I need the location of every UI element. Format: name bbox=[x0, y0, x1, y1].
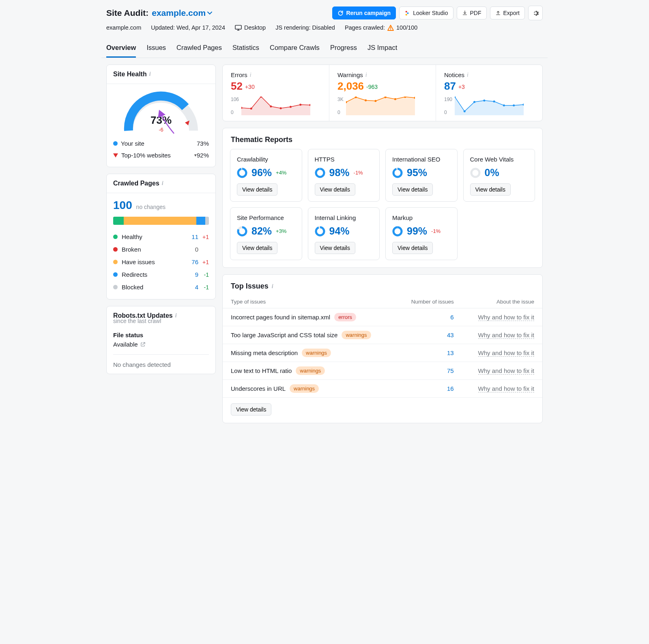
issue-count[interactable]: 16 bbox=[396, 380, 462, 398]
notices-cell[interactable]: Noticesi87+31900 bbox=[436, 65, 542, 121]
issue-count[interactable]: 43 bbox=[396, 326, 462, 344]
bar-segment bbox=[113, 217, 124, 225]
crawled-total[interactable]: 100 bbox=[113, 199, 132, 212]
col-number: Number of issues bbox=[396, 295, 462, 308]
robots-status-value[interactable]: Available bbox=[113, 341, 138, 348]
thematic-pct: 96% bbox=[251, 167, 272, 179]
crawled-label: Have issues bbox=[122, 258, 186, 265]
issue-count[interactable]: 13 bbox=[396, 344, 462, 362]
svg-point-26 bbox=[493, 101, 495, 103]
domain-name: example.com bbox=[152, 8, 206, 18]
view-details-button[interactable]: View details bbox=[315, 242, 355, 254]
legend-value: 73% bbox=[197, 140, 209, 147]
crawled-row[interactable]: Redirects9-1 bbox=[113, 268, 209, 281]
errors-cell[interactable]: Errorsi52+301060 bbox=[223, 65, 329, 121]
info-icon[interactable]: i bbox=[467, 72, 468, 78]
issue-name[interactable]: Too large JavaScript and CSS total size bbox=[231, 332, 337, 338]
warnings-cell[interactable]: Warningsi2,036-9633K0 bbox=[329, 65, 436, 121]
spark-max: 106 bbox=[231, 97, 239, 102]
issue-count[interactable]: 75 bbox=[396, 362, 462, 380]
fix-link[interactable]: Why and how to fix it bbox=[478, 314, 534, 321]
issue-name[interactable]: Missing meta description bbox=[231, 349, 298, 356]
thematic-pct: 0% bbox=[485, 167, 499, 179]
thematic-title: Thematic Reports bbox=[223, 128, 542, 149]
thematic-delta: -1% bbox=[354, 170, 363, 176]
crawled-delta: -1 bbox=[198, 271, 209, 278]
rerun-campaign-button[interactable]: Rerun campaign bbox=[332, 6, 396, 19]
download-icon bbox=[462, 10, 468, 16]
donut-icon bbox=[237, 226, 247, 237]
svg-point-0 bbox=[406, 11, 407, 12]
info-icon[interactable]: i bbox=[175, 312, 177, 319]
notices-value: 87 bbox=[444, 80, 456, 93]
info-icon[interactable]: i bbox=[272, 283, 273, 290]
view-details-button[interactable]: View details bbox=[237, 183, 277, 196]
info-icon[interactable]: i bbox=[162, 180, 163, 187]
thematic-delta: +4% bbox=[276, 170, 286, 176]
view-details-button[interactable]: View details bbox=[470, 183, 511, 196]
issue-count[interactable]: 6 bbox=[396, 308, 462, 326]
svg-point-24 bbox=[473, 101, 475, 103]
svg-point-28 bbox=[513, 104, 515, 106]
bar-segment bbox=[205, 217, 209, 225]
tab-overview[interactable]: Overview bbox=[106, 40, 136, 58]
crawled-delta: -1 bbox=[198, 284, 209, 291]
tab-js-impact[interactable]: JS Impact bbox=[367, 40, 397, 58]
robots-no-changes: No changes detected bbox=[113, 361, 209, 368]
issue-name[interactable]: Underscores in URL bbox=[231, 385, 286, 392]
refresh-icon bbox=[337, 10, 344, 16]
svg-point-16 bbox=[365, 99, 367, 101]
status-dot-icon bbox=[113, 235, 118, 239]
svg-rect-3 bbox=[235, 25, 241, 29]
crawled-row[interactable]: Have issues76+1 bbox=[113, 256, 209, 268]
donut-icon bbox=[470, 168, 481, 178]
warnings-sparkline bbox=[346, 97, 415, 115]
crawled-row[interactable]: Healthy11+1 bbox=[113, 230, 209, 243]
looker-studio-button[interactable]: Looker Studio bbox=[399, 6, 453, 19]
fix-link[interactable]: Why and how to fix it bbox=[478, 367, 534, 375]
legend-label: Top-10% websites bbox=[121, 152, 193, 159]
crawled-row[interactable]: Broken0 bbox=[113, 243, 209, 256]
crawled-label: Blocked bbox=[122, 284, 186, 291]
view-details-button[interactable]: View details bbox=[231, 403, 271, 416]
tab-statistics[interactable]: Statistics bbox=[232, 40, 259, 58]
desktop-icon bbox=[235, 25, 242, 31]
legend-row[interactable]: Top-10% websites▾92% bbox=[113, 149, 209, 161]
view-details-button[interactable]: View details bbox=[392, 242, 433, 254]
tab-issues[interactable]: Issues bbox=[146, 40, 166, 58]
domain-selector[interactable]: example.com bbox=[152, 8, 212, 18]
view-details-button[interactable]: View details bbox=[315, 183, 355, 196]
svg-point-5 bbox=[390, 29, 391, 30]
crawled-pages-card: Crawled Pages i 100 no changes Healthy11… bbox=[106, 174, 216, 299]
fix-link[interactable]: Why and how to fix it bbox=[478, 385, 534, 392]
fix-link[interactable]: Why and how to fix it bbox=[478, 349, 534, 357]
thematic-card: Core Web Vitals0%View details bbox=[463, 149, 535, 202]
donut-icon bbox=[315, 168, 325, 178]
thematic-title: Site Performance bbox=[237, 214, 295, 221]
view-details-button[interactable]: View details bbox=[392, 183, 433, 196]
issue-name[interactable]: Low text to HTML ratio bbox=[231, 367, 292, 374]
tab-progress[interactable]: Progress bbox=[330, 40, 357, 58]
export-button[interactable]: Export bbox=[490, 6, 525, 19]
info-icon[interactable]: i bbox=[365, 72, 367, 78]
issue-name[interactable]: Incorrect pages found in sitemap.xml bbox=[231, 314, 330, 321]
donut-icon bbox=[392, 226, 403, 237]
thematic-card: International SEO95%View details bbox=[385, 149, 458, 202]
crawled-row[interactable]: Blocked4-1 bbox=[113, 281, 209, 293]
notices-sparkline bbox=[455, 97, 524, 115]
legend-label: Your site bbox=[121, 140, 197, 147]
info-icon[interactable]: i bbox=[149, 71, 151, 78]
svg-point-27 bbox=[503, 104, 505, 106]
pdf-button[interactable]: PDF bbox=[457, 6, 487, 19]
view-details-button[interactable]: View details bbox=[237, 242, 277, 254]
meta-domain: example.com bbox=[106, 24, 141, 31]
thematic-card: Site Performance82%+3%View details bbox=[230, 207, 302, 260]
crawled-count: 11 bbox=[186, 233, 198, 240]
fix-link[interactable]: Why and how to fix it bbox=[478, 332, 534, 339]
tab-crawled-pages[interactable]: Crawled Pages bbox=[176, 40, 222, 58]
col-about: About the issue bbox=[462, 295, 542, 308]
settings-button[interactable] bbox=[528, 6, 543, 20]
spark-min: 0 bbox=[231, 110, 239, 115]
info-icon[interactable]: i bbox=[250, 72, 251, 78]
tab-compare-crawls[interactable]: Compare Crawls bbox=[270, 40, 320, 58]
